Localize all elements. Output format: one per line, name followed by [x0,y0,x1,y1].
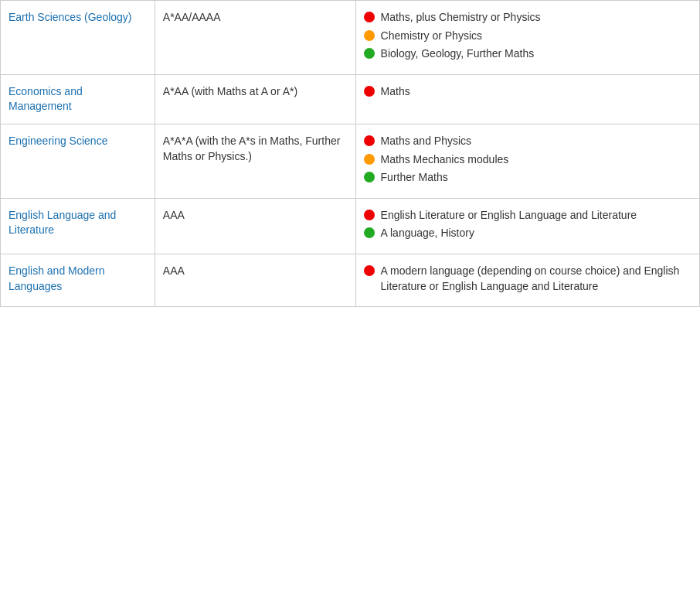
table-row: Earth Sciences (Geology)A*AA/AAAAMaths, … [1,1,700,75]
table-row: Economics and ManagementA*AA (with Maths… [1,74,700,124]
red-dot-icon [364,12,375,22]
requirements-list: Maths, plus Chemistry or PhysicsChemistr… [364,10,692,62]
table-row: English Language and LiteratureAAAEnglis… [1,198,700,254]
requirement-text: Maths Mechanics modules [381,152,692,168]
requirement-text: Maths and Physics [381,134,692,149]
requirement-text: A language, History [381,226,692,241]
requirement-text: Chemistry or Physics [381,29,692,44]
orange-dot-icon [364,30,375,41]
requirement-text: Maths [381,84,692,100]
requirement-item: Biology, Geology, Further Maths [364,46,692,62]
grade-requirement: A*AA/AAAA [163,11,221,23]
course-name: Engineering Science [8,135,107,147]
orange-dot-icon [364,154,375,165]
green-dot-icon [364,227,375,238]
requirements-list: A modern language (depending on course c… [364,264,692,294]
requirement-text: Further Maths [381,170,692,186]
green-dot-icon [364,48,375,59]
course-name: English Language and Literature [8,209,116,237]
grade-requirement: A*A*A (with the A*s in Maths, Further Ma… [163,135,341,162]
table-row: Engineering ScienceA*A*A (with the A*s i… [1,124,700,198]
red-dot-icon [364,135,375,146]
requirement-item: A language, History [364,226,692,241]
requirements-list: Maths and PhysicsMaths Mechanics modules… [364,134,692,186]
requirement-item: Maths, plus Chemistry or Physics [364,10,692,26]
requirement-item: English Literature or English Language a… [364,208,692,223]
green-dot-icon [364,172,375,182]
requirement-text: Biology, Geology, Further Maths [381,46,692,62]
table-row: English and Modern LanguagesAAAA modern … [1,254,700,306]
requirement-text: A modern language (depending on course c… [381,264,692,294]
requirement-text: Maths, plus Chemistry or Physics [381,10,692,26]
requirements-list: English Literature or English Language a… [364,208,692,241]
course-name: Earth Sciences (Geology) [8,11,132,23]
red-dot-icon [364,210,375,220]
requirement-item: A modern language (depending on course c… [364,264,692,294]
requirement-item: Maths Mechanics modules [364,152,692,168]
requirement-item: Maths and Physics [364,134,692,149]
courses-table: Earth Sciences (Geology)A*AA/AAAAMaths, … [0,0,700,307]
requirement-item: Further Maths [364,170,692,186]
course-name: English and Modern Languages [8,264,105,292]
requirements-list: Maths [364,84,692,100]
grade-requirement: AAA [163,209,185,221]
red-dot-icon [364,265,375,276]
red-dot-icon [364,86,375,97]
requirement-text: English Literature or English Language a… [381,208,692,223]
requirement-item: Maths [364,84,692,100]
grade-requirement: AAA [163,264,185,277]
course-name: Economics and Management [8,85,83,113]
requirement-item: Chemistry or Physics [364,29,692,44]
grade-requirement: A*AA (with Maths at A or A*) [163,85,297,97]
